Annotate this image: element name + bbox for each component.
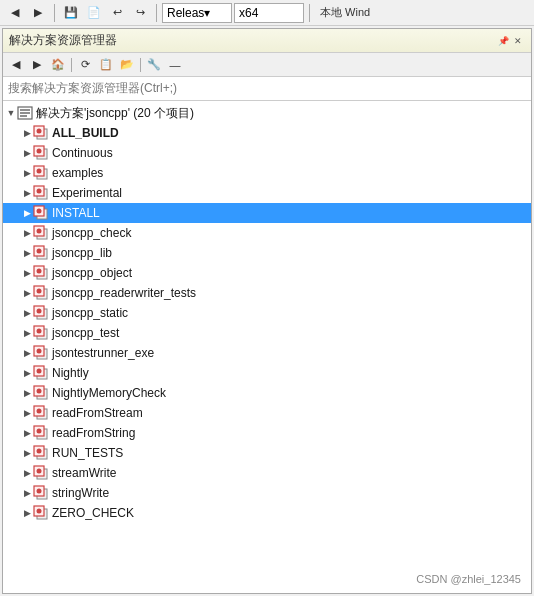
project-icon-jsoncpp_object bbox=[33, 265, 49, 281]
solution-root-item[interactable]: ▼ 解决方案'jsoncpp' (20 个项目) bbox=[3, 103, 531, 123]
tree-item-readfromstream[interactable]: ▶ readFromStream bbox=[3, 403, 531, 423]
undo-btn[interactable]: ↩ bbox=[106, 3, 128, 23]
tree-items-container: ▶ ALL_BUILD▶ Continuous▶ examples▶ Exper… bbox=[3, 123, 531, 523]
svg-point-42 bbox=[37, 369, 42, 374]
svg-point-6 bbox=[37, 129, 42, 134]
properties-btn[interactable]: 📋 bbox=[96, 56, 116, 74]
expand-arrow-nightly: ▶ bbox=[21, 368, 33, 378]
expand-arrow-jsoncpp_test: ▶ bbox=[21, 328, 33, 338]
platform-dropdown[interactable]: x64 bbox=[234, 3, 304, 23]
svg-point-18 bbox=[37, 209, 42, 214]
svg-point-15 bbox=[37, 189, 42, 194]
project-icon-jsontestrunner_exe bbox=[33, 345, 49, 361]
home-btn[interactable]: 🏠 bbox=[48, 56, 68, 74]
expand-arrow-nightlymemorycheck: ▶ bbox=[21, 388, 33, 398]
tree-item-jsoncpp_lib[interactable]: ▶ jsoncpp_lib bbox=[3, 243, 531, 263]
tree-item-zero_check[interactable]: ▶ ZERO_CHECK bbox=[3, 503, 531, 523]
item-label-all_build: ALL_BUILD bbox=[52, 126, 119, 140]
solution-icon bbox=[17, 105, 33, 121]
inner-toolbar: ◀ ▶ 🏠 ⟳ 📋 📂 🔧 — bbox=[3, 53, 531, 77]
search-bar bbox=[3, 77, 531, 101]
nav-forward-btn[interactable]: ▶ bbox=[27, 56, 47, 74]
tree-item-jsoncpp_check[interactable]: ▶ jsoncpp_check bbox=[3, 223, 531, 243]
tree-item-experimental[interactable]: ▶ Experimental bbox=[3, 183, 531, 203]
svg-point-39 bbox=[37, 349, 42, 354]
close-btn[interactable]: ✕ bbox=[511, 34, 525, 48]
back-btn[interactable]: ◀ bbox=[4, 3, 26, 23]
tree-item-continuous[interactable]: ▶ Continuous bbox=[3, 143, 531, 163]
tree-item-jsoncpp_test[interactable]: ▶ jsoncpp_test bbox=[3, 323, 531, 343]
svg-point-48 bbox=[37, 409, 42, 414]
project-icon-continuous bbox=[33, 145, 49, 161]
svg-point-24 bbox=[37, 249, 42, 254]
expand-arrow-readfromstring: ▶ bbox=[21, 428, 33, 438]
expand-arrow-jsoncpp_lib: ▶ bbox=[21, 248, 33, 258]
tree-item-streamwrite[interactable]: ▶ streamWrite bbox=[3, 463, 531, 483]
tree-item-jsontestrunner_exe[interactable]: ▶ jsontestrunner_exe bbox=[3, 343, 531, 363]
project-icon-install bbox=[33, 205, 49, 221]
nav-buttons: ◀ ▶ bbox=[4, 3, 49, 23]
forward-btn[interactable]: ▶ bbox=[27, 3, 49, 23]
item-label-nightly: Nightly bbox=[52, 366, 89, 380]
project-icon-experimental bbox=[33, 185, 49, 201]
project-icon-jsoncpp_test bbox=[33, 325, 49, 341]
tree-item-nightlymemorycheck[interactable]: ▶ NightlyMemoryCheck bbox=[3, 383, 531, 403]
tree-item-nightly[interactable]: ▶ Nightly bbox=[3, 363, 531, 383]
search-input[interactable] bbox=[8, 81, 526, 95]
project-icon-nightlymemorycheck bbox=[33, 385, 49, 401]
action-buttons: 💾 📄 ↩ ↪ bbox=[60, 3, 151, 23]
svg-point-57 bbox=[37, 469, 42, 474]
redo-btn[interactable]: ↪ bbox=[129, 3, 151, 23]
project-icon-jsoncpp_lib bbox=[33, 245, 49, 261]
item-label-jsoncpp_test: jsoncpp_test bbox=[52, 326, 119, 340]
open-file-btn[interactable]: 📂 bbox=[117, 56, 137, 74]
item-label-streamwrite: streamWrite bbox=[52, 466, 116, 480]
project-icon-readfromstream bbox=[33, 405, 49, 421]
svg-point-63 bbox=[37, 509, 42, 514]
project-icon-run_tests bbox=[33, 445, 49, 461]
watermark: CSDN @zhlei_12345 bbox=[416, 573, 521, 585]
project-icon-readfromstring bbox=[33, 425, 49, 441]
svg-point-9 bbox=[37, 149, 42, 154]
tree-content[interactable]: ▼ 解决方案'jsoncpp' (20 个项目) ▶ ALL_BUILD▶ Co… bbox=[3, 101, 531, 593]
tree-item-all_build[interactable]: ▶ ALL_BUILD bbox=[3, 123, 531, 143]
item-label-jsoncpp_readerwriter_tests: jsoncpp_readerwriter_tests bbox=[52, 286, 196, 300]
config-dropdown[interactable]: Releas▾ bbox=[162, 3, 232, 23]
pin-btn[interactable]: 📌 bbox=[496, 34, 510, 48]
tree-item-run_tests[interactable]: ▶ RUN_TESTS bbox=[3, 443, 531, 463]
solution-expand-arrow: ▼ bbox=[5, 108, 17, 118]
item-label-jsoncpp_lib: jsoncpp_lib bbox=[52, 246, 112, 260]
item-label-jsontestrunner_exe: jsontestrunner_exe bbox=[52, 346, 154, 360]
project-icon-nightly bbox=[33, 365, 49, 381]
save-btn[interactable]: 💾 bbox=[60, 3, 82, 23]
minus-btn[interactable]: — bbox=[165, 56, 185, 74]
tree-item-examples[interactable]: ▶ examples bbox=[3, 163, 531, 183]
tree-item-jsoncpp_readerwriter_tests[interactable]: ▶ jsoncpp_readerwriter_tests bbox=[3, 283, 531, 303]
sep2 bbox=[156, 4, 157, 22]
nav-back-btn[interactable]: ◀ bbox=[6, 56, 26, 74]
refresh-btn[interactable]: ⟳ bbox=[75, 56, 95, 74]
project-icon-all_build bbox=[33, 125, 49, 141]
svg-point-12 bbox=[37, 169, 42, 174]
item-label-run_tests: RUN_TESTS bbox=[52, 446, 123, 460]
item-label-readfromstream: readFromStream bbox=[52, 406, 143, 420]
panel-controls: 📌 ✕ bbox=[496, 34, 525, 48]
item-label-experimental: Experimental bbox=[52, 186, 122, 200]
tree-item-stringwrite[interactable]: ▶ stringWrite bbox=[3, 483, 531, 503]
top-toolbar: ◀ ▶ 💾 📄 ↩ ↪ Releas▾ x64 本地 Wind bbox=[0, 0, 534, 26]
save-all-btn[interactable]: 📄 bbox=[83, 3, 105, 23]
item-label-examples: examples bbox=[52, 166, 103, 180]
expand-arrow-all_build: ▶ bbox=[21, 128, 33, 138]
tree-item-install[interactable]: ▶ INSTALL bbox=[3, 203, 531, 223]
project-icon-stringwrite bbox=[33, 485, 49, 501]
expand-arrow-zero_check: ▶ bbox=[21, 508, 33, 518]
item-label-jsoncpp_static: jsoncpp_static bbox=[52, 306, 128, 320]
svg-point-60 bbox=[37, 489, 42, 494]
tree-item-readfromstring[interactable]: ▶ readFromString bbox=[3, 423, 531, 443]
filter-btn[interactable]: 🔧 bbox=[144, 56, 164, 74]
project-icon-streamwrite bbox=[33, 465, 49, 481]
tree-item-jsoncpp_static[interactable]: ▶ jsoncpp_static bbox=[3, 303, 531, 323]
expand-arrow-jsoncpp_object: ▶ bbox=[21, 268, 33, 278]
svg-point-45 bbox=[37, 389, 42, 394]
tree-item-jsoncpp_object[interactable]: ▶ jsoncpp_object bbox=[3, 263, 531, 283]
